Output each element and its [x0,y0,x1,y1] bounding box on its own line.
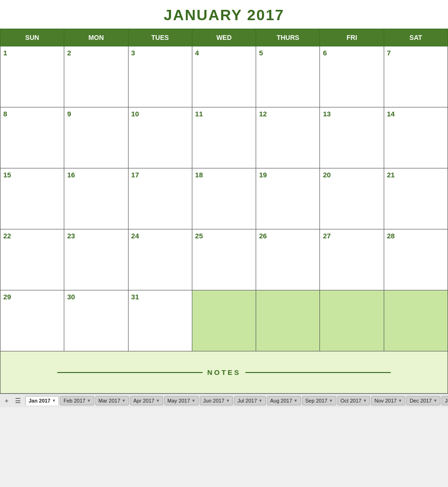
calendar-day-cell[interactable]: 3 [128,46,192,107]
tab-label: Mar 2017 [99,398,120,403]
day-number: 25 [195,232,203,240]
calendar-day-cell[interactable] [384,290,448,351]
tab-bar: + ☰ Jan 2017▼Feb 2017▼Mar 2017▼Apr 2017▼… [0,394,448,407]
calendar-week-row: 22232425262728 [0,229,448,290]
day-number: 9 [67,110,71,118]
tab-item[interactable]: May 2017▼ [164,396,199,405]
day-number: 15 [3,171,11,179]
chevron-down-icon: ▼ [363,398,367,403]
calendar-day-cell[interactable]: 19 [256,168,320,229]
calendar-day-cell[interactable]: 7 [384,46,448,107]
notes-line-right [245,372,391,373]
calendar-day-cell[interactable]: 31 [128,290,192,351]
calendar-day-cell[interactable]: 5 [256,46,320,107]
calendar-day-cell[interactable]: 24 [128,229,192,290]
calendar-day-cell[interactable]: 25 [192,229,256,290]
tab-item[interactable]: Apr 2017▼ [130,396,163,405]
calendar-day-cell[interactable]: 8 [0,107,64,168]
calendar-week-row: 1234567 [0,46,448,107]
day-number: 7 [387,49,391,57]
calendar-day-cell[interactable]: 20 [320,168,384,229]
calendar-day-cell[interactable]: 9 [64,107,128,168]
notes-cell[interactable]: NOTES [0,351,448,394]
day-number: 1 [3,49,7,57]
tab-label: Jun 2017 [203,398,224,403]
calendar-day-cell[interactable]: 23 [64,229,128,290]
calendar-day-cell[interactable] [192,290,256,351]
day-number: 17 [131,171,139,179]
calendar-day-cell[interactable]: 26 [256,229,320,290]
day-number: 29 [3,293,11,301]
tab-item[interactable]: Jan 2018▼ [441,396,448,405]
add-tab-icon[interactable]: + [2,396,11,405]
calendar-day-cell[interactable]: 17 [128,168,192,229]
tab-item[interactable]: Aug 2017▼ [267,396,301,405]
day-number: 21 [387,171,395,179]
tab-item[interactable]: Jan 2017▼ [25,396,59,405]
day-number: 3 [131,49,135,57]
chevron-down-icon: ▼ [329,398,333,403]
day-number: 5 [259,49,263,57]
calendar-day-cell[interactable]: 16 [64,168,128,229]
calendar-day-cell[interactable]: 21 [384,168,448,229]
chevron-down-icon: ▼ [433,398,437,403]
tab-item[interactable]: Mar 2017▼ [95,396,129,405]
day-number: 6 [323,49,327,57]
day-number: 4 [195,49,199,57]
calendar-day-cell[interactable]: 11 [192,107,256,168]
tab-item[interactable]: Sep 2017▼ [302,396,336,405]
tab-label: Dec 2017 [410,398,432,403]
calendar-day-cell[interactable] [256,290,320,351]
calendar-day-cell[interactable]: 13 [320,107,384,168]
weekday-header: TUES [128,29,192,46]
tab-label: May 2017 [167,398,190,403]
calendar-grid: SUNMONTUESWEDTHURSFRISAT 123456789101112… [0,29,448,394]
tab-label: Jul 2017 [237,398,257,403]
calendar-day-cell[interactable]: 29 [0,290,64,351]
weekday-header: WED [192,29,256,46]
weekday-header: SUN [0,29,64,46]
chevron-down-icon: ▼ [258,398,263,403]
tab-label: Sep 2017 [305,398,327,403]
day-number: 22 [3,232,11,240]
day-number: 12 [259,110,267,118]
tab-item[interactable]: Oct 2017▼ [337,396,371,405]
notes-line-left [57,372,203,373]
calendar-day-cell[interactable]: 15 [0,168,64,229]
day-number: 24 [131,232,139,240]
calendar-day-cell[interactable]: 30 [64,290,128,351]
chevron-down-icon: ▼ [52,398,56,403]
day-number: 23 [67,232,75,240]
calendar-day-cell[interactable]: 1 [0,46,64,107]
chevron-down-icon: ▼ [226,398,230,403]
chevron-down-icon: ▼ [156,398,160,403]
tab-label: Jan 2018 [445,398,448,403]
calendar-day-cell[interactable] [320,290,384,351]
calendar-day-cell[interactable]: 14 [384,107,448,168]
calendar-day-cell[interactable]: 10 [128,107,192,168]
calendar-day-cell[interactable]: 22 [0,229,64,290]
tab-list-icon[interactable]: ☰ [13,396,23,405]
chevron-down-icon: ▼ [191,398,196,403]
notes-label: NOTES [3,368,445,376]
tab-label: Jan 2017 [29,398,50,403]
tab-item[interactable]: Jun 2017▼ [200,396,233,405]
day-number: 13 [323,110,331,118]
calendar-day-cell[interactable]: 28 [384,229,448,290]
day-number: 26 [259,232,267,240]
tab-item[interactable]: Nov 2017▼ [371,396,405,405]
calendar-day-cell[interactable]: 4 [192,46,256,107]
day-number: 2 [67,49,71,57]
day-number: 27 [323,232,331,240]
weekday-header: FRI [320,29,384,46]
calendar-day-cell[interactable]: 12 [256,107,320,168]
tab-item[interactable]: Feb 2017▼ [60,396,94,405]
calendar-day-cell[interactable]: 27 [320,229,384,290]
tab-label: Aug 2017 [270,398,292,403]
calendar-day-cell[interactable]: 2 [64,46,128,107]
tab-item[interactable]: Jul 2017▼ [234,396,266,405]
calendar-day-cell[interactable]: 18 [192,168,256,229]
calendar-day-cell[interactable]: 6 [320,46,384,107]
tab-item[interactable]: Dec 2017▼ [406,396,440,405]
day-number: 14 [387,110,395,118]
